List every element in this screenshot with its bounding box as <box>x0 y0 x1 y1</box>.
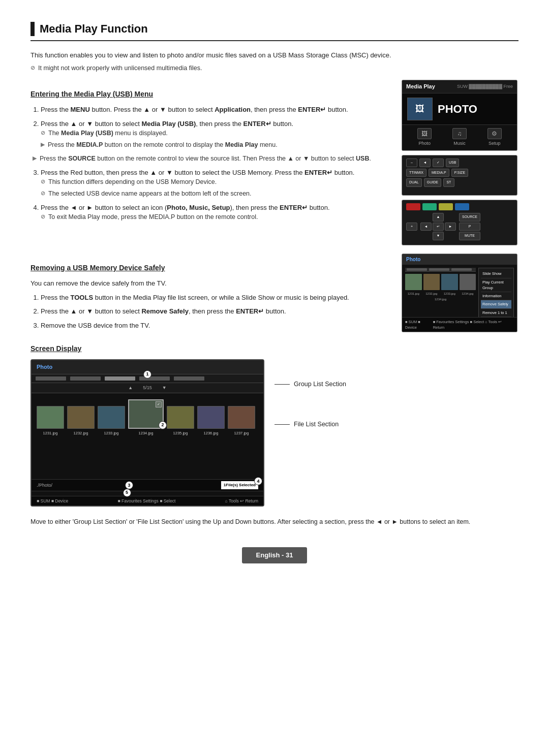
btn-blue <box>455 203 469 210</box>
removing-heading: Removing a USB Memory Device Safely <box>30 263 391 273</box>
remote-btn-check: ✓ <box>433 159 444 167</box>
menu-remove-safely: Remove Safely <box>481 300 511 308</box>
btn-yellow <box>439 203 453 210</box>
thumb-items <box>405 274 476 290</box>
removing-step-2: Press the ▲ or ▼ button to select Remove… <box>41 306 391 317</box>
group-list-text: Group List Section <box>294 380 346 389</box>
source-note: ▶ Press the SOURCE button on the remote … <box>30 154 391 164</box>
remote-source: SOURCE <box>459 213 480 222</box>
removing-steps-list: Press the TOOLS button in the Media Play… <box>30 293 391 331</box>
media-play-screenshot: Media Play SUW ▓▓▓▓▓▓▓▓▓▓ Free 🖼 PHOTO 🖼… <box>402 80 517 151</box>
step4-note: ⊘ To exit Media Play mode, press the MED… <box>41 212 391 222</box>
step3-note-1-text: This function differs depending on the U… <box>48 177 217 187</box>
remote-plus: + <box>406 223 417 231</box>
diag-bottom-bar: ■ SUM ■ Device ■ Favourites Settings ■ S… <box>32 496 263 506</box>
btn-green <box>422 203 437 210</box>
remote-p-btn: P <box>459 223 480 231</box>
remote-dir-row: + ▲ ◄ ↵ ► ▼ SOURCE P MUTE <box>406 213 513 240</box>
removing-section: Removing a USB Memory Device Safely You … <box>30 254 518 334</box>
diag-bottom-sum: ■ SUM ■ Device <box>37 498 68 505</box>
remote-btn-mediap: MEDIA.P <box>429 169 449 177</box>
mp-photo-thumb: 🖼 <box>407 98 433 120</box>
remote-mute: MUTE <box>459 232 480 240</box>
remote-row-1: – ◄ ✓ USB <box>406 159 513 167</box>
filename-1235: 1235.jpg <box>173 430 188 436</box>
diag-file-1231: 1231.jpg <box>37 406 64 436</box>
remote-btn-guide: GUIDE <box>424 178 441 187</box>
diagram-screen: Photo 1 ▲ 5/15 ▼ 1231.jpg <box>30 359 264 507</box>
removing-screenshots: Photo 1231.jpg <box>402 254 518 334</box>
group-list-line <box>274 384 290 385</box>
badge-1: 1 <box>143 370 151 379</box>
diag-selected-area: 1File(s) Selected 4 <box>221 481 258 489</box>
mp-icon-setup: ⚙ Setup <box>487 128 502 147</box>
note-icon: ⊘ <box>30 64 35 72</box>
mp-photo-label: PHOTO <box>438 101 477 117</box>
title-accent <box>30 22 35 36</box>
screen-display-heading: Screen Display <box>30 343 518 354</box>
mp-title: Media Play <box>406 82 435 91</box>
step3-note-2: ⊘ The selected USB device name appears a… <box>41 189 391 199</box>
remote-btn-ttinmix: TTINMIX <box>406 169 426 177</box>
thumb-1 <box>405 274 422 290</box>
diag-file-1234: ✓ 1234.jpg 2 <box>128 399 164 436</box>
check-icon-4: ⊘ <box>41 212 45 221</box>
removing-intro: You can remove the device safely from th… <box>30 278 391 289</box>
remote-btn-usb: USB <box>446 159 459 167</box>
diagram-container: Photo 1 ▲ 5/15 ▼ 1231.jpg <box>30 359 518 507</box>
btn-red <box>406 203 420 210</box>
music-label: Music <box>453 140 466 147</box>
filename-1231: 1231.jpg <box>43 430 58 436</box>
entering-step-1: Press the MENU button. Press the ▲ or ▼ … <box>41 105 391 115</box>
filename-1233: 1233.jpg <box>104 430 119 436</box>
menu-information: Information <box>481 292 511 300</box>
remote-btn-dual: DUAL <box>406 178 422 187</box>
entering-content: Entering the Media Play (USB) Menu Press… <box>30 80 391 245</box>
remote-row-2: TTINMIX MEDIA.P P.SIZE <box>406 169 513 177</box>
diag-path: ./Photo/ <box>37 482 52 489</box>
file-list-label: File List Section <box>274 420 346 429</box>
check-icon-2: ⊘ <box>41 177 45 186</box>
photo-main-area: 1231.jpg 1232.jpg 1233.jpg 1234.jpg 1234… <box>402 265 517 319</box>
mp-storage-info: SUW ▓▓▓▓▓▓▓▓▓▓ Free <box>457 83 513 90</box>
footer-badge: English - 31 <box>242 547 308 563</box>
photo-bottom-bar: ■ SUM ■ Device ■ Favourites Settings ■ S… <box>402 317 517 332</box>
mp-header: Media Play SUW ▓▓▓▓▓▓▓▓▓▓ Free <box>402 80 517 93</box>
remote-btn-st: ST <box>443 178 454 187</box>
diag-files-area: 1231.jpg 1232.jpg 1233.jpg ✓ <box>32 393 263 440</box>
entering-screenshots: Media Play SUW ▓▓▓▓▓▓▓▓▓▓ Free 🖼 PHOTO 🖼… <box>402 80 518 245</box>
remote-btn-psize: P.SIZE <box>451 169 468 177</box>
fname-1: 1231.jpg <box>405 292 422 296</box>
photo-header: Photo <box>402 254 517 265</box>
thumb-4 <box>460 274 476 290</box>
selected-badge-text: 1File(s) Selected <box>224 483 256 487</box>
entering-step-2: Press the ▲ or ▼ button to select Media … <box>41 119 391 150</box>
thumb-1237 <box>228 406 255 429</box>
screen-display-section: Screen Display Photo 1 ▲ 5/15 ▼ <box>30 343 518 507</box>
step2-media-text: Press the MEDIA.P button on the remote c… <box>48 140 278 150</box>
fname-large: 1234.jpg <box>405 297 476 302</box>
diag-selection-text: ▲ 5/15 ▼ <box>128 385 166 390</box>
thumb-1233 <box>98 406 125 429</box>
intro-note: ⊘ It might not work properly with unlice… <box>30 64 518 73</box>
check-icon-3: ⊘ <box>41 189 45 198</box>
badge-5: 5 <box>123 489 131 497</box>
diag-path-bar: ./Photo/ 3 1File(s) Selected 4 <box>32 479 263 491</box>
diagram-labels: Group List Section File List Section <box>274 359 346 429</box>
filename-1236: 1236.jpg <box>204 430 219 436</box>
file-list-line <box>274 424 290 425</box>
photo-bottom-right: ■ Favourites Settings ■ Select ⌂ Tools ↩… <box>433 319 514 331</box>
diag-file-1232: 1232.jpg <box>67 406 95 436</box>
diag-file-1233: 1233.jpg <box>98 406 125 436</box>
photo-thumb-grid: 1231.jpg 1232.jpg 1233.jpg 1234.jpg 1234… <box>405 268 476 319</box>
step2-note: ⊘ The Media Play (USB) menu is displayed… <box>41 129 391 138</box>
menu-slideshow: Slide Show <box>481 270 511 278</box>
setup-icon-shape: ⚙ <box>487 128 502 139</box>
mp-bottom-bar: ■ SUM ■ Device ↩ Return <box>402 150 517 151</box>
entering-heading: Entering the Media Play (USB) Menu <box>30 89 391 100</box>
selected-badge: 1File(s) Selected 4 <box>221 481 258 489</box>
check-icon-1: ⊘ <box>41 129 45 137</box>
mp-icon-photo: 🖼 Photo <box>417 128 432 147</box>
step3-note-1: ⊘ This function differs depending on the… <box>41 177 391 187</box>
step2-note-text: The Media Play (USB) menu is displayed. <box>48 129 168 138</box>
